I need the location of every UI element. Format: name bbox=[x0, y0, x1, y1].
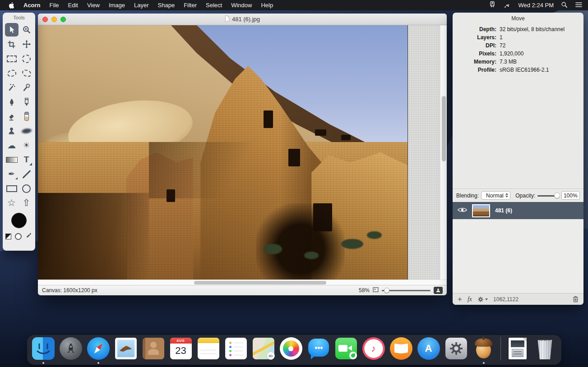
dock-messages-icon[interactable] bbox=[307, 337, 330, 360]
horizontal-scrollbar-thumb[interactable] bbox=[194, 281, 326, 284]
tools-grid: ☁ ☀ T ✒ ☆ ⇧ bbox=[3, 23, 35, 210]
menu-acorn[interactable]: Acorn bbox=[19, 0, 45, 10]
rect-select-tool-icon[interactable] bbox=[5, 52, 19, 65]
spotlight-search-icon[interactable] bbox=[561, 1, 568, 9]
eyedropper-icon[interactable] bbox=[25, 232, 32, 241]
dock-safari-icon[interactable] bbox=[87, 337, 110, 360]
train-icon[interactable] bbox=[489, 1, 496, 9]
ellipse-select-tool-icon[interactable] bbox=[20, 52, 33, 65]
pencil-tool-icon[interactable] bbox=[20, 95, 33, 109]
smudge-tool-icon[interactable] bbox=[20, 124, 33, 138]
move-arrow-tool-icon[interactable] bbox=[5, 23, 19, 37]
info-value: 72 bbox=[500, 41, 579, 50]
gear-caret-icon bbox=[485, 298, 488, 300]
zoom-tool-icon[interactable] bbox=[20, 23, 33, 37]
dock-reminders-icon[interactable] bbox=[224, 337, 248, 360]
oval-shape-tool-icon[interactable] bbox=[20, 182, 33, 195]
menu-clock[interactable]: Wed 2:24 PM bbox=[518, 2, 554, 9]
zoom-slider[interactable] bbox=[382, 287, 431, 294]
layer-row-selected[interactable]: 481 (6) bbox=[453, 202, 583, 219]
menu-select[interactable]: Select bbox=[201, 0, 227, 10]
zoom-out-image-icon[interactable] bbox=[373, 287, 379, 294]
zoom-in-image-icon[interactable] bbox=[434, 287, 443, 294]
bezier-pen-tool-icon[interactable]: ✒ bbox=[5, 167, 19, 181]
dock-itunes-icon[interactable]: ♪ bbox=[362, 337, 385, 360]
info-label: Profile: bbox=[457, 66, 500, 74]
gradient-tool-icon[interactable] bbox=[5, 153, 19, 166]
polygon-lasso-tool-icon[interactable] bbox=[20, 66, 33, 80]
dock-calendar-icon[interactable]: AUG 23 bbox=[169, 337, 193, 360]
horizontal-scrollbar[interactable] bbox=[38, 280, 447, 285]
dock-maps-icon[interactable]: 3D bbox=[252, 337, 275, 360]
dock-app-store-icon[interactable]: A bbox=[417, 337, 440, 360]
dock-mail-icon[interactable] bbox=[114, 337, 138, 360]
dock-photos-icon[interactable] bbox=[279, 337, 303, 360]
dock-facetime-icon[interactable] bbox=[334, 337, 358, 360]
text-tool-icon[interactable]: T bbox=[20, 153, 33, 166]
secondary-color-well[interactable] bbox=[15, 233, 22, 240]
menu-help[interactable]: Help bbox=[256, 0, 278, 10]
document-title: 481 (6).jpg bbox=[232, 16, 260, 23]
dock-documents-icon[interactable] bbox=[506, 337, 529, 360]
document-titlebar[interactable]: 481 (6).jpg bbox=[38, 14, 447, 25]
arrow-shape-tool-icon[interactable]: ⇧ bbox=[20, 196, 33, 210]
dock-finder-icon[interactable] bbox=[32, 337, 55, 360]
close-button[interactable] bbox=[42, 17, 48, 22]
eraser-tool-icon[interactable] bbox=[5, 110, 19, 123]
delete-layer-trash-icon[interactable] bbox=[573, 296, 579, 303]
magic-wand-tool-icon[interactable] bbox=[5, 81, 19, 94]
dock-trash-icon[interactable] bbox=[533, 337, 557, 360]
inspector-empty-area bbox=[453, 78, 583, 188]
instant-alpha-tool-icon[interactable] bbox=[20, 81, 33, 94]
dock-acorn-icon[interactable] bbox=[472, 337, 495, 360]
zoom-window-button[interactable] bbox=[60, 17, 66, 22]
brush-tool-icon[interactable] bbox=[5, 95, 19, 109]
canvas-image[interactable] bbox=[38, 25, 407, 280]
layer-actions-gear-button[interactable] bbox=[477, 296, 488, 303]
star-shape-tool-icon[interactable]: ☆ bbox=[5, 196, 19, 210]
vertical-scrollbar[interactable] bbox=[440, 25, 447, 280]
add-layer-button[interactable]: + bbox=[458, 295, 462, 304]
vertical-scrollbar-thumb[interactable] bbox=[442, 96, 446, 161]
info-label: Memory: bbox=[457, 58, 500, 66]
calendar-month-label: AUG bbox=[170, 338, 192, 344]
dock-ibooks-icon[interactable] bbox=[389, 337, 413, 360]
clone-stamp-tool-icon[interactable] bbox=[5, 124, 19, 138]
zoom-slider-knob[interactable] bbox=[384, 288, 389, 293]
opacity-field[interactable]: 100% bbox=[561, 191, 580, 200]
dock-contacts-icon[interactable] bbox=[142, 337, 165, 360]
dock-notes-icon[interactable] bbox=[197, 337, 220, 360]
menu-file[interactable]: File bbox=[45, 0, 64, 10]
lasso-tool-icon[interactable] bbox=[5, 66, 19, 80]
crop-tool-icon[interactable] bbox=[5, 37, 19, 51]
opacity-slider[interactable] bbox=[537, 193, 559, 199]
layer-effects-button[interactable]: fx bbox=[468, 296, 472, 303]
paper-plane-icon[interactable] bbox=[503, 1, 511, 9]
notification-center-icon[interactable] bbox=[575, 2, 583, 9]
menu-window[interactable]: Window bbox=[227, 0, 256, 10]
sharpen-tool-icon[interactable]: ☀ bbox=[20, 138, 33, 152]
blending-popup[interactable]: Normal bbox=[481, 191, 510, 200]
menu-view[interactable]: View bbox=[83, 0, 104, 10]
menu-image[interactable]: Image bbox=[104, 0, 130, 10]
menu-shape[interactable]: Shape bbox=[153, 0, 180, 10]
minimize-button[interactable] bbox=[51, 17, 57, 22]
menu-edit[interactable]: Edit bbox=[64, 0, 83, 10]
layer-visibility-eye-icon[interactable] bbox=[458, 206, 467, 215]
info-row-memory: Memory: 7.3 MB bbox=[457, 58, 579, 66]
dock-launchpad-icon[interactable] bbox=[59, 337, 83, 360]
opacity-slider-knob[interactable] bbox=[554, 193, 560, 198]
move-tool-icon[interactable] bbox=[20, 37, 33, 51]
menu-filter[interactable]: Filter bbox=[179, 0, 201, 10]
layer-thumbnail[interactable] bbox=[472, 204, 490, 217]
rect-shape-tool-icon[interactable] bbox=[5, 182, 19, 195]
menu-layer[interactable]: Layer bbox=[130, 0, 153, 10]
bw-swatch-icon[interactable] bbox=[5, 234, 11, 239]
apple-menu-icon[interactable] bbox=[8, 2, 14, 9]
inspector-footer: + fx 1062,1122 bbox=[453, 293, 583, 305]
blur-tool-icon[interactable]: ☁ bbox=[5, 138, 19, 152]
dock-system-preferences-icon[interactable] bbox=[444, 337, 468, 360]
line-tool-icon[interactable] bbox=[20, 167, 33, 181]
color-well[interactable] bbox=[11, 213, 27, 228]
block-eraser-tool-icon[interactable] bbox=[20, 110, 33, 123]
